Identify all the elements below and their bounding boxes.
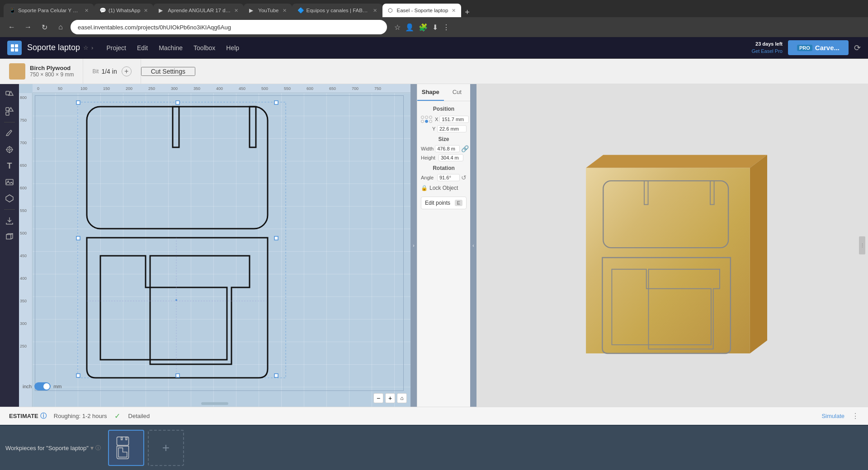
tab-3-close[interactable]: ✕ — [234, 8, 238, 14]
anchor-mm[interactable] — [425, 120, 428, 123]
tab-5-close[interactable]: ✕ — [373, 8, 377, 14]
sync-icon[interactable]: ⟳ — [854, 43, 861, 53]
workpieces-bar: Workpieces for "Soporte laptop" ▾ ⓘ + — [0, 425, 868, 470]
ruler-tick-600: 600 — [307, 86, 313, 91]
image-icon[interactable] — [2, 175, 17, 189]
add-bit-button[interactable]: + — [122, 66, 132, 76]
back-button[interactable]: ← — [5, 21, 18, 33]
tab-3[interactable]: ▶ Aprende ANGULAR 17 desde c... ✕ — [153, 4, 244, 17]
app-logo — [7, 41, 22, 55]
tab-2-favicon: 💬 — [99, 7, 106, 14]
angle-input[interactable] — [437, 174, 460, 181]
ruler-600: 600 — [20, 186, 27, 190]
workpieces-dropdown-icon[interactable]: ▾ — [90, 444, 94, 451]
width-input[interactable] — [435, 145, 460, 152]
tab-4-close[interactable]: ✕ — [283, 8, 287, 14]
estimate-more-icon[interactable]: ⋮ — [852, 412, 859, 420]
profile-icon[interactable]: 👤 — [405, 23, 414, 32]
3d-icon[interactable] — [2, 230, 17, 244]
anchor-tl[interactable] — [421, 116, 424, 119]
tab-2-close[interactable]: ✕ — [144, 8, 148, 14]
zoom-out-button[interactable]: − — [373, 393, 383, 403]
material-section[interactable]: Birch Plywood 750 × 800 × 9 mm — [0, 59, 83, 84]
zoom-fit-button[interactable]: ⌂ — [397, 393, 407, 403]
tab-2[interactable]: 💬 (1) WhatsApp ✕ — [94, 4, 153, 17]
rotate-icon[interactable]: ↺ — [461, 174, 467, 181]
estimate-info-icon[interactable]: ⓘ — [40, 412, 47, 420]
workpiece-thumb-1[interactable] — [108, 430, 144, 466]
svg-rect-25 — [274, 101, 278, 104]
text-icon[interactable]: T — [2, 159, 17, 173]
anchor-mr[interactable] — [429, 120, 432, 123]
panel-more-button[interactable]: ⋮ — [859, 236, 865, 254]
collapse-left-arrow[interactable]: › — [410, 84, 417, 407]
add-workpiece-button[interactable]: + — [148, 430, 184, 466]
carve-button[interactable]: PRO Carve... — [788, 40, 849, 55]
shapes-icon[interactable] — [2, 88, 17, 102]
angle-label: Angle — [421, 175, 436, 180]
x-input[interactable] — [439, 116, 469, 123]
svg-rect-28 — [76, 374, 80, 377]
tab-1[interactable]: 📱 Soporte Para Celular Y Sopo... ✕ — [4, 4, 94, 17]
tab-5[interactable]: 🔷 Equipos y canales | FABDIG-01 ✕ — [292, 4, 382, 17]
carve-label: Carve... — [815, 44, 840, 52]
anchor-grid — [421, 116, 432, 123]
svg-rect-26 — [76, 236, 80, 240]
pen-icon[interactable] — [2, 126, 17, 141]
shapes2-icon[interactable] — [2, 104, 17, 118]
tab-6-close[interactable]: ✕ — [452, 8, 456, 14]
workpiece-1-preview — [113, 435, 139, 461]
forward-button[interactable]: → — [22, 21, 34, 33]
svg-rect-8 — [6, 112, 9, 115]
download-icon[interactable]: ⬇ — [432, 23, 438, 32]
design-canvas[interactable] — [55, 98, 299, 382]
ruler-tick-200: 200 — [126, 86, 132, 91]
canvas-container[interactable]: 0 50 100 150 200 250 300 350 400 450 500… — [19, 84, 410, 407]
home-button[interactable]: ⌂ — [54, 21, 67, 33]
anchor-ml[interactable] — [421, 120, 424, 123]
workpieces-info-icon[interactable]: ⓘ — [95, 444, 101, 452]
tab-shape[interactable]: Shape — [417, 84, 444, 101]
shapes3-icon[interactable] — [2, 191, 17, 206]
cut-settings-button[interactable]: Cut Settings — [141, 67, 195, 76]
unit-toggle-thumb — [43, 383, 50, 390]
app-header: Soporte laptop ☆ › Project Edit Machine … — [0, 37, 868, 59]
edit-points-button[interactable]: Edit points E — [421, 197, 467, 209]
refresh-button[interactable]: ↻ — [38, 21, 51, 33]
unit-toggle-track[interactable] — [34, 382, 51, 390]
days-left: 23 days left Get Easel Pro — [751, 41, 782, 55]
menu-icon[interactable]: ⋮ — [443, 23, 450, 32]
tab-1-close[interactable]: ✕ — [85, 8, 89, 14]
collapse-right-arrow[interactable]: ‹ — [470, 84, 476, 407]
new-tab-button[interactable]: + — [461, 8, 473, 17]
nav-edit[interactable]: Edit — [132, 42, 152, 53]
ruler-tick-150: 150 — [103, 86, 110, 91]
extensions-icon[interactable]: 🧩 — [419, 23, 428, 32]
link-icon[interactable]: 🔗 — [461, 145, 469, 152]
bit-value: 1/4 in — [101, 68, 117, 75]
tab-cut[interactable]: Cut — [444, 84, 471, 101]
main-nav: Project Edit Machine Toolbox Help — [102, 42, 244, 53]
target-icon[interactable] — [2, 142, 17, 157]
nav-help[interactable]: Help — [222, 42, 244, 53]
canvas-work-area[interactable] — [33, 93, 406, 393]
address-bar[interactable]: easel.inventables.com/projects/0hUIOkPb6… — [71, 20, 387, 34]
nav-project[interactable]: Project — [102, 42, 131, 53]
nav-toolbox[interactable]: Toolbox — [189, 42, 220, 53]
import-icon[interactable] — [2, 213, 17, 228]
detailed-text: Detailed — [128, 413, 150, 419]
height-input[interactable] — [439, 154, 463, 161]
favorite-icon[interactable]: ☆ — [83, 44, 89, 51]
anchor-tr[interactable] — [429, 116, 432, 119]
bookmark-icon[interactable]: ☆ — [394, 23, 401, 32]
tab-6[interactable]: ⬡ Easel - Soporte laptop ✕ — [382, 4, 462, 17]
get-easel-link[interactable]: Get Easel Pro — [751, 48, 782, 54]
tab-4[interactable]: ▶ YouTube ✕ — [244, 4, 292, 17]
nav-machine[interactable]: Machine — [154, 42, 187, 53]
y-input[interactable] — [437, 125, 467, 132]
anchor-tm[interactable] — [425, 116, 428, 119]
anchor-row-2 — [421, 120, 432, 123]
zoom-in-button[interactable]: + — [385, 393, 395, 403]
simulate-button[interactable]: Simulate — [821, 413, 844, 419]
svg-rect-18 — [6, 235, 11, 239]
